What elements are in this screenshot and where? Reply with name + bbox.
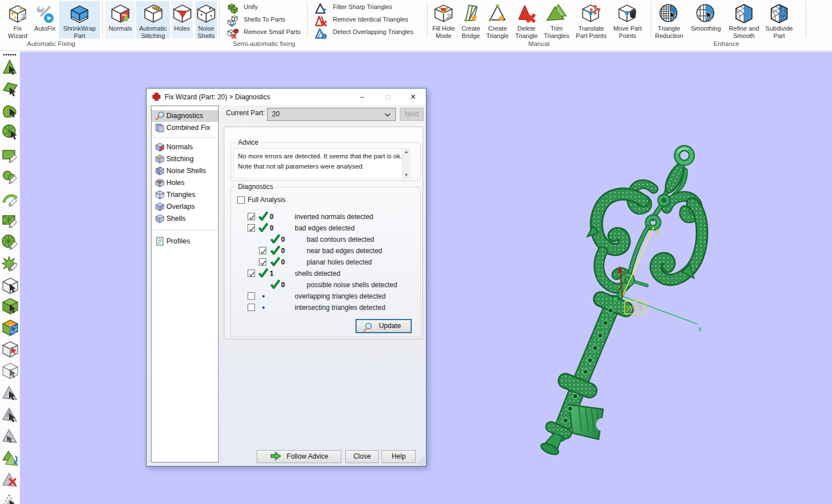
svg-text:z: z xyxy=(624,271,627,278)
svg-text:y: y xyxy=(656,226,660,235)
svg-text:x: x xyxy=(698,325,702,333)
svg-text:WCS: WCS xyxy=(626,304,643,312)
